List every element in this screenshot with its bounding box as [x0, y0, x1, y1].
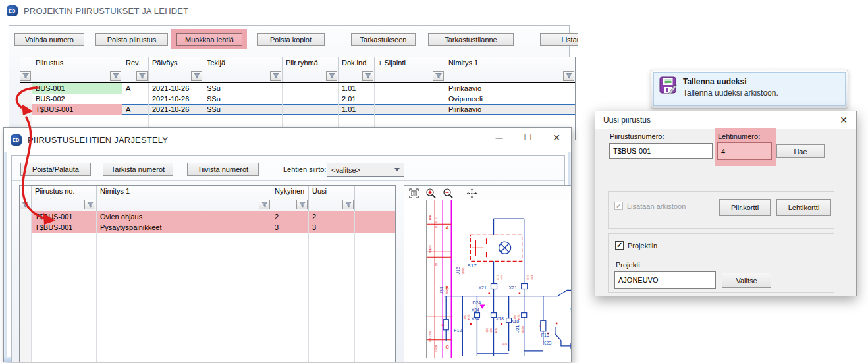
column-header: + Sijainti [378, 59, 406, 67]
sheet-arrangement-window: ED PIIRUSTUSLEHTIEN JÄRJESTELY — ☐ ✕ Poi… [3, 127, 572, 362]
table-row[interactable]: BUS-001 A 2021-10-26 SSu 1.01 Piirikaavi… [20, 83, 575, 94]
save-as-new-icon [659, 76, 677, 97]
filter-button[interactable] [326, 71, 337, 81]
filter-button[interactable] [563, 71, 574, 81]
window1-title: PROJEKTIN PIIRUSTUKSET JA LEHDET [24, 6, 188, 16]
svg-text:K75: K75 [467, 314, 470, 320]
svg-text:1k: 1k [539, 325, 541, 328]
projekti-input[interactable]: AJONEUVO [614, 271, 716, 289]
filter-button[interactable] [296, 200, 308, 209]
vaihda-numero-button[interactable]: Vaihda numero [14, 33, 84, 46]
app-logo-icon: ED [7, 5, 18, 16]
svg-text:1k: 1k [441, 323, 444, 327]
svg-text:185: 185 [463, 314, 466, 319]
svg-text:111: 111 [435, 262, 438, 267]
lehtinumero-input[interactable]: 4 [717, 142, 772, 160]
minimize-icon[interactable]: — [496, 132, 503, 143]
hae-button[interactable]: Hae [776, 144, 825, 158]
zoom-in-icon[interactable] [425, 188, 437, 199]
column-header: Rev. [126, 59, 140, 67]
filter-button[interactable] [136, 71, 148, 81]
window2-titlebar: ED PIIRUSTUSLEHTIEN JÄRJESTELY [4, 128, 571, 152]
svg-text:40 20: 40 20 [445, 287, 448, 294]
tiivista-numerot-button[interactable]: Tiivistä numerot [187, 163, 259, 176]
svg-text:A: A [445, 225, 449, 231]
project-drawings-window: ED PROJEKTIN PIIRUSTUKSET JA LEHDET Vaih… [0, 0, 578, 142]
filter-button[interactable] [433, 71, 444, 81]
archive-group: Lisätään arkistoon Piir.kortti Lehtikort… [608, 191, 834, 229]
table-row-selected[interactable]: T$BUS-001 Ovien ohjaus 2 2 [20, 211, 395, 222]
svg-text:30 90: 30 90 [462, 267, 465, 275]
svg-text:40 90: 40 90 [521, 325, 524, 333]
dialog-titlebar: Uusi piirustus ✕ [595, 111, 856, 129]
svg-text:X34: X34 [471, 316, 479, 321]
svg-text:11008: 11008 [435, 345, 438, 352]
filter-button[interactable] [84, 200, 95, 209]
listaus-button[interactable]: Listaus [540, 33, 578, 46]
svg-text:F13: F13 [541, 333, 549, 337]
svg-text:J21: J21 [515, 325, 520, 332]
pan-icon[interactable] [466, 188, 477, 199]
piirkortti-button[interactable]: Piir.kortti [719, 199, 771, 216]
column-header: Piirustus no. [35, 187, 75, 195]
tooltip-title: Tallenna uudeksi [683, 76, 778, 88]
tarkastukseen-button[interactable]: Tarkastukseen [351, 33, 416, 46]
lehtien-siirto-dropdown[interactable]: <valitse> [327, 163, 404, 177]
filter-button[interactable] [362, 71, 373, 81]
separator [9, 53, 568, 53]
column-header: Piir.ryhmä [286, 59, 318, 67]
muokkaa-lehtia-button[interactable]: Muokkaa lehtiä [176, 33, 242, 46]
table-row[interactable]: BUS-002 2021-10-26 SSu 2.01 Ovipaneeli [20, 94, 575, 104]
column-header: Nimitys 1 [100, 187, 130, 195]
lehtikortti-button[interactable]: Lehtikortti [776, 199, 831, 216]
piirustusnumero-label: Piirustusnumero: [610, 132, 665, 140]
filter-button[interactable] [270, 71, 281, 81]
close-icon[interactable]: ✕ [840, 115, 848, 125]
table-row[interactable]: T$BUS-001 Pysäytyspainikkeet 3 3 [20, 222, 395, 233]
svg-text:K73: K73 [526, 275, 529, 280]
poista-kopiot-button[interactable]: Poista kopiot [257, 33, 325, 46]
separator [12, 180, 564, 181]
screenshot-root: { "window1": { "logo": "ED", "title": "P… [0, 0, 868, 363]
svg-text:X18: X18 [496, 316, 504, 321]
fit-view-icon[interactable] [408, 188, 420, 199]
filter-button[interactable] [259, 200, 270, 209]
filter-button[interactable] [110, 71, 121, 81]
save-as-new-tooltip: Tallenna uudeksi Tallenna uudeksi arkist… [651, 70, 848, 109]
tarkastustilanne-button[interactable]: Tarkastustilanne [428, 33, 514, 46]
column-header: Uusi [312, 187, 327, 195]
lehtinumero-label: Lehtinumero: [718, 132, 760, 140]
svg-text:185: 185 [513, 314, 516, 319]
poista-piirustus-button[interactable]: Poista piirustus [95, 33, 168, 46]
tarkista-numerot-button[interactable]: Tarkista numerot [103, 163, 173, 176]
app-logo-icon: ED [11, 134, 22, 146]
row-piirustus: BUS-002 [32, 94, 122, 104]
row-piirustus: BUS-001 [32, 83, 122, 94]
drawings-table-header: Piirustus Rev. Päiväys Tekijä Piir.ryhmä… [20, 57, 575, 83]
svg-text:815: 815 [500, 275, 503, 279]
filter-button[interactable] [191, 71, 202, 81]
close-icon[interactable]: ✕ [553, 132, 560, 143]
poista-palauta-button[interactable]: Poista/Palauta [20, 163, 91, 176]
svg-text:813: 813 [530, 275, 533, 279]
column-header: Päiväys [152, 59, 178, 67]
maximize-icon[interactable]: ☐ [524, 132, 532, 143]
piirustusnumero-input[interactable]: T$BUS-001 [609, 143, 713, 159]
filter-button[interactable] [342, 200, 354, 209]
row-piirustus: T$BUS-001 [32, 104, 122, 115]
dialog-title: Uusi piirustus [603, 115, 651, 125]
dropdown-value: <valitse> [331, 166, 360, 174]
filter-button[interactable] [20, 71, 31, 81]
preview-toolbar [404, 186, 572, 200]
valitse-button[interactable]: Valitse [722, 273, 771, 288]
filter-button[interactable] [19, 200, 30, 209]
svg-text:F12: F12 [454, 328, 462, 333]
sheets-table: Piirustus no. Nimitys 1 Nykyinen Uusi T$… [19, 185, 396, 362]
projektiin-checkbox[interactable] [615, 241, 624, 250]
column-header: Tekijä [207, 59, 225, 67]
zoom-out-icon[interactable] [443, 188, 454, 199]
svg-text:K75: K75 [495, 327, 498, 333]
table-row-selected[interactable]: T$BUS-001 A 2021-10-26 SSu 1.01 Piirikaa… [20, 104, 575, 115]
svg-text:J16: J16 [456, 267, 460, 274]
svg-text:m: m [570, 306, 572, 311]
